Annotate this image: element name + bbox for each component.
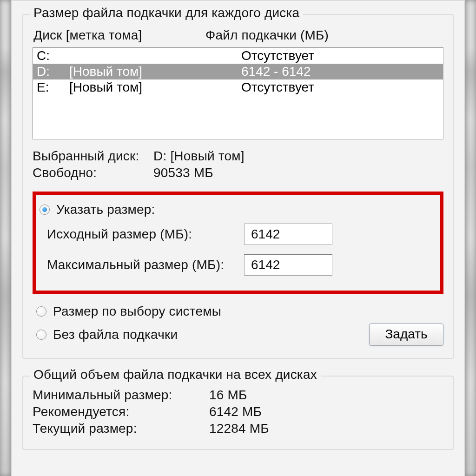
radio-none-label: Без файла подкачки <box>53 327 178 342</box>
drive-letter: D: <box>37 64 69 79</box>
selected-drive-value: D: [Новый том] <box>153 149 443 164</box>
per-drive-group: Размер файла подкачки для каждого диска … <box>22 14 454 359</box>
custom-size-highlight: Указать размер: Исходный размер (МБ): Ма… <box>33 192 443 294</box>
radio-system-label: Размер по выбору системы <box>53 304 221 319</box>
radio-dot-icon <box>36 306 46 317</box>
radio-custom-size[interactable]: Указать размер: <box>40 200 155 219</box>
min-size-label: Минимальный размер: <box>33 388 209 403</box>
recommended-value: 6142 МБ <box>209 404 443 419</box>
drive-paging-size: 6142 - 6142 <box>241 64 439 79</box>
radio-system-managed[interactable]: Размер по выбору системы <box>36 302 221 321</box>
min-size-value: 16 МБ <box>209 388 443 403</box>
header-size: Файл подкачки (МБ) <box>205 28 443 43</box>
decorative-blur-left <box>0 0 10 476</box>
virtual-memory-panel: Размер файла подкачки для каждого диска … <box>11 0 465 476</box>
max-size-input[interactable] <box>244 254 332 276</box>
drive-row[interactable]: D:[Новый том]6142 - 6142 <box>33 64 443 79</box>
free-space-label: Свободно: <box>33 165 153 180</box>
free-space-value: 90533 МБ <box>153 165 443 180</box>
totals-group: Общий объем файла подкачки на всех диска… <box>22 376 454 450</box>
drive-paging-size: Отсутствует <box>241 79 439 95</box>
drive-letter: C: <box>37 48 69 64</box>
max-size-label: Максимальный размер (МБ): <box>40 258 244 272</box>
current-label: Текущий размер: <box>33 421 209 436</box>
initial-size-label: Исходный размер (МБ): <box>40 227 244 242</box>
set-button[interactable]: Задать <box>369 324 443 346</box>
initial-size-input[interactable] <box>244 224 332 245</box>
decorative-blur-right <box>466 0 476 476</box>
drive-list-header: Диск [метка тома] Файл подкачки (МБ) <box>33 25 443 47</box>
radio-no-paging-file[interactable]: Без файла подкачки <box>36 325 178 344</box>
drive-row[interactable]: E:[Новый том]Отсутствует <box>33 79 443 95</box>
radio-dot-icon <box>36 330 46 340</box>
selected-drive-label: Выбранный диск: <box>33 149 153 164</box>
selected-drive-info: Выбранный диск: D: [Новый том] Свободно:… <box>33 148 443 181</box>
per-drive-legend: Размер файла подкачки для каждого диска <box>30 6 303 20</box>
drive-volume-label <box>69 48 241 64</box>
drive-volume-label: [Новый том] <box>69 79 241 95</box>
recommended-label: Рекомендуется: <box>33 404 209 419</box>
drive-list[interactable]: C:ОтсутствуетD:[Новый том]6142 - 6142E:[… <box>33 47 443 139</box>
drive-row[interactable]: C:Отсутствует <box>33 48 443 64</box>
drive-volume-label: [Новый том] <box>69 64 241 79</box>
header-drive: Диск [метка тома] <box>33 28 205 43</box>
radio-custom-label: Указать размер: <box>56 202 155 217</box>
totals-legend: Общий объем файла подкачки на всех диска… <box>30 367 321 382</box>
drive-letter: E: <box>37 79 69 95</box>
drive-paging-size: Отсутствует <box>241 48 439 64</box>
radio-dot-icon <box>40 205 50 215</box>
current-value: 12284 МБ <box>209 421 443 436</box>
